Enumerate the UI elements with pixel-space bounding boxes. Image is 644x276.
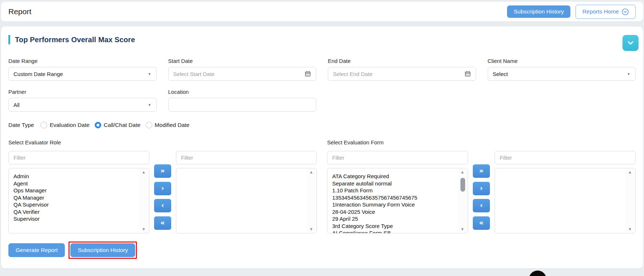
report-config-panel: Top Performers Overall Max Score Date Ra… (1, 27, 643, 268)
scrollbar: ▲ ▼ (306, 169, 316, 233)
evaluator-role-section: Select Evaluator Role AdminAgentOps Mana… (8, 139, 317, 233)
scroll-down-icon[interactable]: ▼ (142, 227, 146, 231)
accent-bar (8, 35, 10, 44)
evaluator-role-selected-col: ▲ ▼ (176, 139, 317, 233)
location-input-wrap (168, 98, 317, 112)
list-item[interactable]: Separate autofail normal (332, 180, 455, 187)
list-item[interactable]: 29 April 25 (332, 215, 455, 223)
calendar-icon[interactable] (305, 71, 311, 77)
location-field: Location (168, 89, 317, 112)
evaluation-form-transfer-buttons: » › ‹ « (473, 164, 490, 230)
client-name-label: Client Name (488, 58, 636, 64)
scroll-down-icon[interactable]: ▼ (628, 227, 632, 231)
evaluation-form-selected-filter-input[interactable] (495, 151, 636, 164)
floating-widget[interactable] (529, 271, 546, 276)
move-all-right-button[interactable]: » (473, 164, 490, 178)
calendar-icon[interactable] (464, 71, 471, 77)
client-name-value: Select (493, 71, 624, 77)
evaluation-form-available-col: Select Evaluation Form ATA Category Requ… (327, 139, 468, 233)
list-item[interactable]: Ops Manager (13, 187, 137, 194)
scrollbar-thumb[interactable] (460, 178, 465, 192)
move-left-button[interactable]: ‹ (473, 199, 490, 212)
move-all-left-button[interactable]: « (154, 216, 171, 230)
list-item[interactable]: 1353454563456357567456745675 (332, 194, 455, 201)
scroll-down-icon[interactable]: ▼ (309, 227, 313, 231)
client-name-field: Client Name Select ▼ (488, 58, 636, 81)
evaluator-role-transfer-buttons: » › ‹ « (154, 164, 171, 230)
list-item[interactable]: 1Interaction Summary Form Voice (332, 201, 455, 208)
evaluation-form-selected-list[interactable]: ▲ ▼ (495, 168, 636, 233)
evaluator-role-selected-filter-input[interactable] (176, 151, 317, 164)
list-item[interactable]: Admin (13, 173, 137, 180)
evaluation-form-available-list[interactable]: ATA Category RequiredSeparate autofail n… (327, 168, 468, 233)
move-all-right-button[interactable]: » (154, 164, 171, 178)
annotation-highlight: Subscription History (68, 241, 137, 259)
scroll-up-icon[interactable]: ▲ (460, 170, 464, 174)
evaluation-form-selected-col: ▲ ▼ (495, 139, 636, 233)
scroll-up-icon[interactable]: ▲ (628, 170, 632, 174)
reports-home-label: Reports Home (582, 9, 619, 15)
radio-option[interactable]: Evaluation Date (40, 122, 89, 128)
radio-icon (40, 122, 47, 128)
evaluation-form-filter-input[interactable] (327, 151, 468, 164)
start-date-input[interactable] (173, 71, 302, 77)
partner-value: All (13, 102, 145, 108)
subscription-history-action-button[interactable]: Subscription History (70, 243, 135, 257)
list-item[interactable]: QA Verifier (13, 208, 137, 216)
header-actions: Subscription History Reports Home (507, 5, 636, 19)
partner-field: Partner All ▼ (8, 89, 157, 112)
radio-option[interactable]: Modified Date (146, 122, 190, 128)
date-range-select[interactable]: Custom Date Range ▼ (8, 67, 157, 81)
date-range-label: Date Range (8, 58, 157, 64)
date-type-group: Date Type Evaluation DateCall/Chat DateM… (8, 122, 636, 128)
end-date-label: End Date (328, 58, 476, 64)
location-input[interactable] (173, 102, 311, 108)
subscription-history-button[interactable]: Subscription History (507, 5, 570, 18)
radio-option[interactable]: Call/Chat Date (95, 122, 141, 128)
lists-section: Select Evaluator Role AdminAgentOps Mana… (8, 139, 636, 233)
evaluator-role-available-list[interactable]: AdminAgentOps ManagerQA ManagerQA Superv… (8, 168, 149, 233)
list-item[interactable]: QA Manager (13, 194, 137, 201)
page-title: Report (8, 7, 31, 16)
location-label: Location (168, 89, 317, 95)
client-name-select[interactable]: Select ▼ (488, 67, 636, 81)
list-item[interactable]: AI Compliance Form SB (332, 229, 455, 233)
list-item[interactable]: Supervisor (13, 215, 137, 223)
radio-icon (146, 122, 152, 128)
end-date-field: End Date (328, 58, 476, 81)
evaluator-role-available-col: Select Evaluator Role AdminAgentOps Mana… (8, 139, 149, 233)
list-item[interactable]: QA Supervisor (13, 201, 137, 208)
partner-label: Partner (8, 89, 157, 95)
scroll-up-icon[interactable]: ▲ (142, 170, 146, 174)
scrollbar: ▲ ▼ (625, 169, 635, 233)
evaluator-role-filter-input[interactable] (8, 151, 149, 164)
start-date-input-wrap (168, 67, 317, 81)
scroll-up-icon[interactable]: ▲ (309, 170, 313, 174)
move-all-left-button[interactable]: « (473, 216, 490, 230)
chevron-down-icon (628, 41, 633, 45)
evaluator-role-selected-list[interactable]: ▲ ▼ (176, 168, 317, 233)
move-right-button[interactable]: › (154, 182, 171, 195)
reports-home-button[interactable]: Reports Home (576, 5, 636, 19)
list-item[interactable]: Agent (13, 180, 137, 187)
page-header: Report Subscription History Reports Home (1, 2, 643, 21)
evaluator-role-label: Select Evaluator Role (8, 139, 149, 147)
move-left-button[interactable]: ‹ (154, 199, 171, 212)
move-right-button[interactable]: › (473, 182, 490, 195)
generate-report-button[interactable]: Generate Report (8, 243, 65, 257)
list-item[interactable]: ATA Category Required (332, 173, 455, 180)
chevron-down-icon: ▼ (627, 72, 631, 76)
collapse-panel-button[interactable] (623, 35, 639, 51)
list-item[interactable]: 28-04-2025 Voice (332, 208, 455, 216)
end-date-input[interactable] (333, 71, 462, 77)
partner-select[interactable]: All ▼ (8, 98, 157, 112)
filter-form: Date Range Custom Date Range ▼ Start Dat… (8, 58, 636, 112)
chevron-down-circle-icon (622, 8, 629, 15)
panel-title-row: Top Performers Overall Max Score (8, 35, 636, 45)
list-item[interactable]: 3rd Category Score Type (332, 223, 455, 230)
radio-label: Modified Date (155, 122, 190, 128)
list-item[interactable]: 1.10 Patch Form (332, 187, 455, 194)
date-range-field: Date Range Custom Date Range ▼ (8, 58, 157, 81)
evaluation-form-label: Select Evaluation Form (327, 139, 468, 147)
scroll-down-icon[interactable]: ▼ (460, 227, 464, 231)
